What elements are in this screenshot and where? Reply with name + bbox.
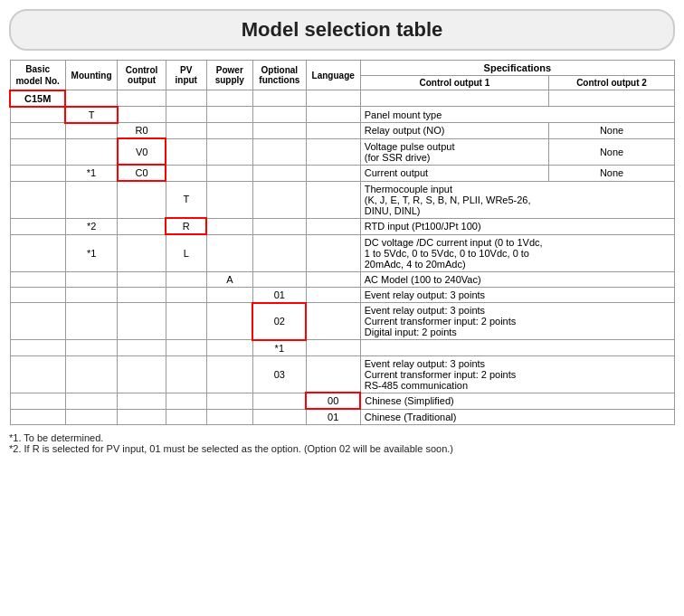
footnotes: *1. To be determined. *2. If R is select… [9,432,675,454]
cell-r13-5 [206,355,252,393]
row-lang-01: 01 Chinese (Traditional) [10,409,675,425]
cell-r11-7 [306,303,360,340]
cell-T-mounting: T [65,107,118,123]
cell-r4-5 [206,138,252,165]
cell-opt-03: 03 [252,355,306,393]
cell-relay-output-no: Relay output (NO) [360,123,548,139]
cell-r5-7 [306,165,360,181]
row-opt-01: 01 Event relay output: 3 points [10,287,675,303]
row-A-power: A AC Model (100 to 240Vac) [10,271,675,287]
cell-r8-3 [118,234,166,271]
cell-r13-4 [166,355,206,393]
cell-r7-7 [306,218,360,234]
th-spec-co2: Control output 2 [549,76,675,90]
cell-r4-4 [166,138,206,165]
row-R0: R0 Relay output (NO) None [10,123,675,139]
cell-r12-5 [206,340,252,356]
cell-r1-4 [166,90,206,107]
cell-r3-6 [252,123,306,139]
cell-none-r4: None [549,138,675,165]
cell-event-02: Event relay output: 3 pointsCurrent tran… [360,303,674,340]
cell-T-pv: T [166,181,206,218]
cell-r14-6 [252,393,306,409]
cell-r15-5 [206,409,252,425]
table-wrap-2: Basicmodel No. Mounting Controloutput PV… [9,60,675,425]
cell-r7-3 [118,218,166,234]
cell-R-pv: R [166,218,206,234]
cell-r14-2 [65,393,118,409]
cell-event-03b: Event relay output: 3 pointsCurrent tran… [360,355,674,393]
cell-r1-2 [65,90,118,107]
row-opt-02: 02 Event relay output: 3 pointsCurrent t… [10,303,675,340]
cell-r11-5 [206,303,252,340]
row-c15m: C15M [10,90,675,107]
cell-r3-2 [65,123,118,139]
cell-thermocouple: Thermocouple input(K, J, E, T, R, S, B, … [360,181,674,218]
cell-r5-6 [252,165,306,181]
cell-r4-7 [306,138,360,165]
th-power-supply: Powersupply [206,61,252,90]
cell-r10-5 [206,287,252,303]
cell-r2-4 [166,107,206,123]
row-V0: V0 Voltage pulse output(for SSR drive) N… [10,138,675,165]
footnote-2: *2. If R is selected for PV input, 01 mu… [9,443,675,454]
cell-r15-6 [252,409,306,425]
th-pv-input: PVinput [166,61,206,90]
row-C0: *1 C0 Current output None [10,165,675,181]
cell-r14-4 [166,393,206,409]
cell-ac-model: AC Model (100 to 240Vac) [360,271,674,287]
cell-none-r3: None [549,123,675,139]
cell-r9-1 [10,271,65,287]
cell-r8-5 [206,234,252,271]
cell-r11-3 [118,303,166,340]
cell-r8-6 [252,234,306,271]
th-basic-model: Basicmodel No. [10,61,65,90]
cell-r2-5 [206,107,252,123]
cell-r6-3 [118,181,166,218]
cell-r9-7 [306,271,360,287]
cell-r6-7 [306,181,360,218]
cell-voltage-pulse: Voltage pulse output(for SSR drive) [360,138,548,165]
cell-event-03 [360,340,674,356]
cell-C0: C0 [118,165,166,181]
cell-r1-7 [306,90,360,107]
cell-r12-2 [65,340,118,356]
th-optional: Optionalfunctions [252,61,306,90]
cell-r13-1 [10,355,65,393]
th-language: Language [306,61,360,90]
cell-r6-2 [65,181,118,218]
cell-r5-4 [166,165,206,181]
cell-r10-3 [118,287,166,303]
cell-r12-3 [118,340,166,356]
cell-star1-r8: *1 [65,234,118,271]
cell-r1-6 [252,90,306,107]
cell-star1-mounting: *1 [65,165,118,181]
cell-r7-5 [206,218,252,234]
row-opt-03: *1 [10,340,675,356]
cell-r3-4 [166,123,206,139]
th-mounting: Mounting [65,61,118,90]
cell-r5-1 [10,165,65,181]
cell-opt-01: 01 [252,287,306,303]
cell-V0: V0 [118,138,166,165]
cell-r1-8 [360,90,548,107]
cell-panel-mount-type: Panel mount type [360,107,674,123]
th-specifications: Specifications [360,61,674,76]
cell-r12-7 [306,340,360,356]
cell-r3-5 [206,123,252,139]
cell-r14-1 [10,393,65,409]
cell-r7-6 [252,218,306,234]
cell-current-output: Current output [360,165,548,181]
cell-r6-6 [252,181,306,218]
row-lang-00: 00 Chinese (Simplified) [10,393,675,409]
cell-opt-02: 02 [252,303,306,340]
title-box: Model selection table [9,9,675,51]
cell-chinese-traditional: Chinese (Traditional) [360,409,674,425]
footnote-1: *1. To be determined. [9,432,675,443]
th-control-output: Controloutput [118,61,166,90]
cell-L-pv: L [166,234,206,271]
cell-r10-2 [65,287,118,303]
cell-r1-9 [549,90,675,107]
cell-r13-2 [65,355,118,393]
row-opt-03b: 03 Event relay output: 3 pointsCurrent t… [10,355,675,393]
